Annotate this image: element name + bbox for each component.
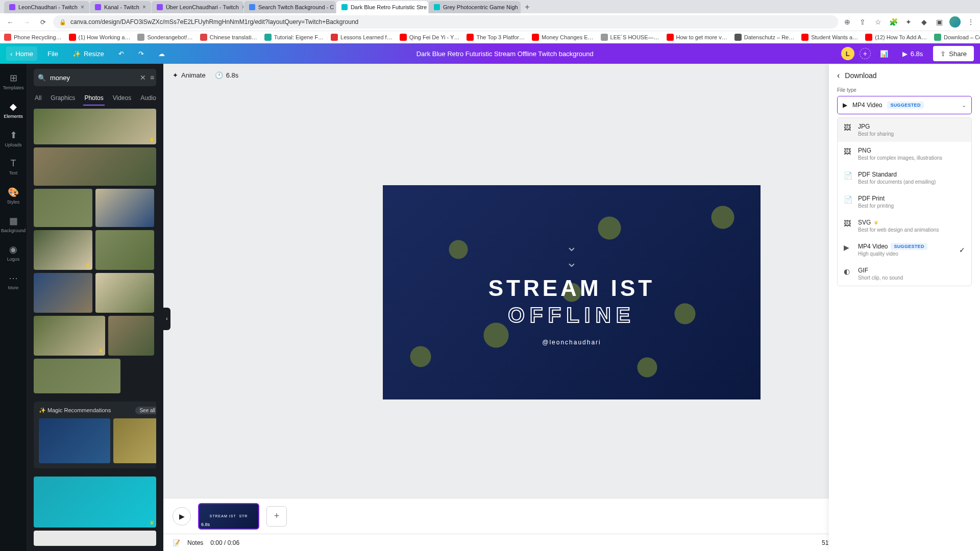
browser-tab[interactable]: Search Twitch Background - C× [244,1,336,13]
share-icon[interactable]: ⇪ [857,17,868,27]
photo-thumb[interactable] [95,189,154,227]
bookmark-item[interactable]: Qing Fei De Yi - Y… [400,34,460,41]
play-button[interactable]: ▶ [173,507,191,525]
photo-thumb[interactable] [95,273,154,313]
redo-button[interactable]: ↷ [134,46,148,61]
clear-search-button[interactable]: ✕ [140,73,146,82]
bookmark-item[interactable]: LEE´S HOUSE—… [601,34,659,41]
favicon [434,4,440,10]
ext-icon-3[interactable]: ▣ [934,17,944,27]
rail-more[interactable]: ⋯More [0,268,27,294]
magic-thumb[interactable] [113,418,156,463]
search-input[interactable] [50,74,136,82]
user-avatar[interactable]: L [841,47,854,60]
close-tab-icon[interactable]: × [242,4,243,11]
ext-icon-2[interactable]: ◆ [919,17,929,27]
reload-button[interactable]: ⟳ [37,16,49,28]
bookmark-item[interactable]: Chinese translati… [200,34,257,41]
bookmark-item[interactable]: Sonderangebot!… [137,34,192,41]
ext-icon-1[interactable]: ✦ [903,17,914,27]
rail-logos[interactable]: ◉Logos [0,239,27,266]
animate-button[interactable]: ✦ Animate [173,71,206,79]
bookmark-item[interactable]: Datenschutz – Re… [734,34,794,41]
filetype-png[interactable]: 🖼PNGBest for complex images, illustratio… [838,142,971,166]
extension-icon[interactable]: 🧩 [888,17,898,27]
tab-graphics[interactable]: Graphics [50,91,76,106]
share-button[interactable]: ⇧ Share [933,46,974,61]
search-box[interactable]: 🔍 ✕ ≡ [34,69,156,86]
see-all-button[interactable]: See all [135,407,156,414]
photo-thumb[interactable] [34,477,156,528]
insights-icon[interactable]: 📊 [876,46,892,61]
bookmark-item[interactable]: Student Wants a… [801,34,858,41]
undo-button[interactable]: ↶ [114,46,128,61]
filetype-mp4-video[interactable]: ▶MP4 VideoSUGGESTEDHigh quality video✓ [838,238,971,262]
browser-tab[interactable]: Grey Photocentric Game Nigh× [429,1,521,13]
filetype-jpg[interactable]: 🖼JPGBest for sharing [838,118,971,142]
rail-background[interactable]: ▦Background [0,211,27,237]
home-button[interactable]: ‹ Home [6,46,37,61]
rail-templates[interactable]: ⊞Templates [0,68,27,94]
tab-videos[interactable]: Videos [112,91,132,106]
photo-thumb[interactable] [34,109,156,144]
translate-icon[interactable]: ⊕ [842,17,852,27]
file-type-select[interactable]: ▶ MP4 Video SUGGESTED ⌄ [837,96,972,114]
photo-thumb[interactable] [108,316,154,356]
tab-all[interactable]: All [34,91,42,106]
bookmark-item[interactable]: (1) How Working a… [69,34,131,41]
back-button[interactable]: ← [4,16,16,28]
address-bar[interactable]: 🔒 canva.com/design/DAFO3iSwZXc/mSs7eE2LF… [53,15,838,29]
bookmark-item[interactable]: How to get more v… [667,34,727,41]
bookmark-item[interactable]: Tutorial: Eigene F… [264,34,324,41]
design-canvas[interactable]: ⌄⌄ STREAM IST OFFLINE @leonchaudhari ⊕ [383,185,761,399]
resize-button[interactable]: ✨ Resize [68,46,108,61]
bookmark-item[interactable]: Download – Cooki… [934,34,980,41]
timeline-frame-1[interactable]: STREAM IST STR 6.8s [198,503,259,530]
photo-thumb[interactable] [95,230,154,270]
rail-text[interactable]: TText [0,154,27,180]
tab-audio[interactable]: Audio [139,91,157,106]
photo-thumb[interactable] [34,359,120,393]
forward-button[interactable]: → [20,16,33,28]
add-member-button[interactable]: + [860,48,871,59]
photo-thumb[interactable] [34,230,92,270]
document-title[interactable]: Dark Blue Retro Futuristic Stream Offlin… [416,50,594,58]
bookmark-item[interactable]: Phone Recycling… [4,34,62,41]
close-tab-icon[interactable]: × [81,4,84,11]
notes-button[interactable]: Notes [187,539,203,546]
present-button[interactable]: ▶ 6.8s [897,46,928,61]
timing-button[interactable]: 🕐 6.8s [215,71,239,79]
tab-photos[interactable]: Photos [83,91,104,106]
magic-thumb[interactable] [39,418,110,463]
rail-styles[interactable]: 🎨Styles [0,182,27,209]
rail-uploads[interactable]: ⬆Uploads [0,125,27,152]
bookmark-item[interactable]: The Top 3 Platfor… [467,34,525,41]
rail-elements[interactable]: ◆Elements [0,96,27,123]
browser-tab[interactable]: Über LeonChaudhari - Twitch× [152,1,243,13]
filter-button[interactable]: ≡ [150,73,154,82]
bookmark-icon[interactable]: ☆ [873,17,883,27]
back-button[interactable]: ‹ [837,71,840,80]
photo-thumb[interactable] [34,273,92,313]
bookmark-item[interactable]: (12) How To Add A… [865,34,927,41]
browser-tab[interactable]: Dark Blue Retro Futuristic Stre× [336,1,428,13]
photo-thumb[interactable] [34,316,105,356]
filetype-pdf-print[interactable]: 📄PDF PrintBest for printing [838,190,971,214]
new-tab-button[interactable]: + [521,1,533,13]
browser-tab[interactable]: Kanal - Twitch× [90,1,151,13]
filetype-pdf-standard[interactable]: 📄PDF StandardBest for documents (and ema… [838,166,971,190]
bookmark-item[interactable]: Money Changes E… [532,34,594,41]
photo-thumb[interactable] [34,531,156,546]
photo-thumb[interactable] [34,147,156,186]
profile-avatar[interactable] [949,16,961,28]
bookmark-item[interactable]: Lessons Learned f… [331,34,393,41]
filetype-gif[interactable]: ◐GIFShort clip, no sound [838,262,971,286]
add-page-button[interactable]: + [266,506,287,527]
photo-thumb[interactable] [34,189,92,227]
close-tab-icon[interactable]: × [142,4,146,11]
notes-icon[interactable]: 📝 [173,539,180,546]
file-menu[interactable]: File [43,46,62,61]
menu-icon[interactable]: ⋮ [966,17,976,27]
filetype-svg[interactable]: 🖼SVG♛Best for web design and animations [838,214,971,238]
browser-tab[interactable]: LeonChaudhari - Twitch× [4,1,89,13]
